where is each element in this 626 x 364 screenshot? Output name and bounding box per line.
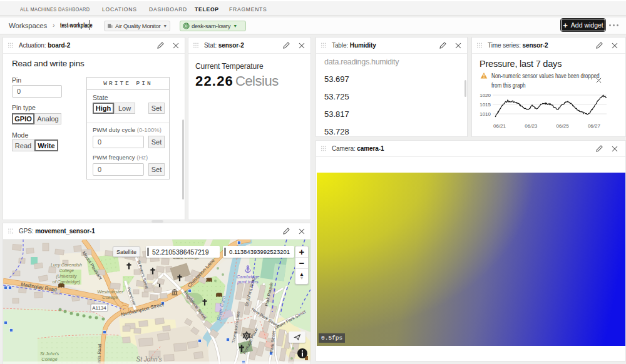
svg-text:Lucy Cavendish: Lucy Cavendish	[51, 263, 82, 268]
svg-text:College: College	[41, 356, 57, 362]
svg-text:College: College	[102, 295, 118, 300]
svg-text:1020: 1020	[480, 93, 491, 98]
svg-text:College: College	[59, 268, 74, 273]
svg-text:06/23: 06/23	[525, 123, 538, 129]
svg-text:St John's: St John's	[40, 351, 59, 356]
svg-text:punt tours: punt tours	[237, 279, 259, 285]
svg-text:Westminster: Westminster	[97, 289, 123, 295]
svg-text:06/27: 06/27	[588, 123, 601, 129]
svg-text:06/25: 06/25	[557, 123, 570, 129]
svg-text:1015: 1015	[480, 102, 491, 108]
svg-text:1010: 1010	[480, 111, 491, 117]
svg-text:of Cambridge): of Cambridge)	[53, 280, 80, 285]
svg-text:A1134: A1134	[92, 305, 106, 311]
svg-text:(University: (University	[56, 274, 77, 279]
svg-text:06/21: 06/21	[493, 123, 506, 129]
